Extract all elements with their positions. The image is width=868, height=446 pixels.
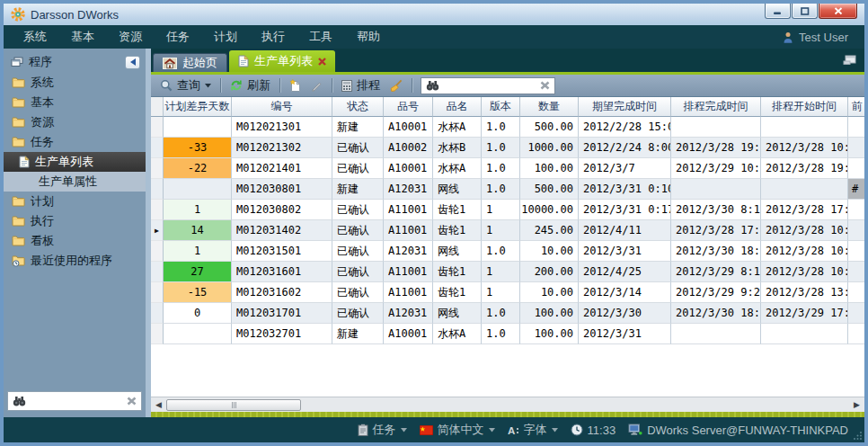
column-header-2[interactable]: 状态: [332, 97, 384, 117]
status-bar: 任务简体中文A字体11:33DWorks Server@FUNWAY-THINK…: [4, 417, 864, 442]
cell-5-7: 2012/4/11: [579, 220, 671, 241]
chevron-down-light-icon[interactable]: [552, 428, 558, 433]
table-row-9[interactable]: 0M012031701已确认A12031网线1.0100.002012/3/30…: [151, 303, 864, 324]
menu-item-7[interactable]: 帮助: [357, 29, 380, 45]
menu-item-1[interactable]: 基本: [71, 29, 94, 45]
cell-7-10: [848, 262, 864, 282]
clear-search-icon[interactable]: [540, 81, 550, 90]
table-row-7[interactable]: 27M012031601已确认A11001齿轮11200.002012/4/25…: [151, 262, 864, 282]
status-language[interactable]: 简体中文: [420, 422, 495, 438]
folder-icon: [12, 236, 25, 246]
row-selector-header[interactable]: [151, 97, 164, 117]
schedule-button[interactable]: 排程: [338, 76, 384, 94]
edit-button[interactable]: [307, 79, 326, 93]
row-selector[interactable]: [151, 138, 164, 158]
maximize-button[interactable]: [792, 4, 818, 19]
minimize-button[interactable]: [765, 4, 791, 19]
broom-icon: [390, 79, 403, 92]
cell-8-0: -15: [164, 282, 232, 303]
table-row-1[interactable]: -33M012021302已确认A10002水杯B1.01000.002012/…: [151, 138, 864, 158]
toolbar-search-input[interactable]: [444, 78, 536, 93]
menu-item-3[interactable]: 任务: [166, 29, 190, 45]
column-header-0[interactable]: 计划差异天数: [164, 97, 232, 117]
sidebar-item-4[interactable]: 生产单列表: [4, 152, 146, 172]
status-time[interactable]: 11:33: [571, 424, 616, 437]
column-header-8[interactable]: 排程完成时间: [671, 97, 761, 117]
query-label: 查询: [177, 77, 200, 94]
column-header-4[interactable]: 品名: [433, 97, 482, 117]
column-header-6[interactable]: 数量: [520, 97, 579, 117]
clean-button[interactable]: [386, 78, 406, 93]
table-row-4[interactable]: 1M012030802已确认A11001齿轮1110000.002012/3/3…: [151, 200, 864, 220]
row-selector[interactable]: [151, 282, 164, 303]
resize-grip-icon[interactable]: [853, 431, 863, 441]
row-selector[interactable]: [151, 200, 164, 220]
table-row-8[interactable]: -15M012031602已确认A11001齿轮1110.002012/3/14…: [151, 282, 864, 303]
scrollbar-thumb[interactable]: [166, 399, 301, 411]
cell-2-9: 2012/3/28 19:10: [761, 158, 848, 179]
table-row-10[interactable]: M012032701新建A10001水杯A1.0100.002012/3/31: [151, 324, 864, 344]
table-row-3[interactable]: M012030801新建A12031网线1.0500.002012/3/31 0…: [151, 179, 864, 200]
table-row-0[interactable]: M012021301新建A10001水杯A1.0500.002012/2/28 …: [151, 117, 864, 138]
row-selector[interactable]: [151, 179, 164, 200]
cell-0-6: 500.00: [520, 117, 579, 138]
status-server[interactable]: DWorks Server@FUNWAY-THINKPAD: [628, 424, 848, 437]
chevron-down-light-icon[interactable]: [401, 428, 407, 433]
sidebar-item-8[interactable]: 看板: [4, 231, 146, 251]
collapse-sidebar-button[interactable]: [125, 56, 140, 69]
row-selector[interactable]: [151, 324, 164, 344]
cell-8-7: 2012/3/14: [579, 282, 671, 303]
column-header-7[interactable]: 期望完成时间: [579, 97, 671, 117]
clear-search-icon[interactable]: [127, 397, 137, 406]
tab-1[interactable]: 生产单列表: [229, 50, 335, 72]
cell-5-5: 1: [482, 220, 520, 241]
menu-item-5[interactable]: 执行: [261, 29, 285, 45]
tab-0[interactable]: 起始页: [153, 53, 227, 72]
close-button[interactable]: [819, 4, 857, 19]
table-row-2[interactable]: -22M012021401已确认A10001水杯A1.0100.002012/3…: [151, 158, 864, 179]
sidebar-item-9[interactable]: 最近使用的程序: [4, 251, 146, 271]
sidebar-item-6[interactable]: 计划: [4, 192, 146, 211]
row-selector[interactable]: [151, 303, 164, 324]
column-header-3[interactable]: 品号: [384, 97, 433, 117]
cell-4-0: 1: [164, 200, 232, 220]
column-header-10[interactable]: 前: [848, 97, 864, 117]
refresh-button[interactable]: 刷新: [226, 76, 274, 94]
row-selector[interactable]: [151, 241, 164, 262]
status-font[interactable]: A字体: [508, 422, 558, 438]
menu-item-4[interactable]: 计划: [214, 29, 237, 45]
sidebar-item-1[interactable]: 基本: [4, 93, 146, 112]
scroll-left-arrow[interactable]: ◀: [151, 398, 166, 412]
column-header-9[interactable]: 排程开始时间: [761, 97, 848, 117]
table-row-5[interactable]: ▶14M012031402已确认A11001齿轮11245.002012/4/1…: [151, 220, 864, 241]
menu-item-6[interactable]: 工具: [309, 29, 332, 45]
query-button[interactable]: 查询: [156, 76, 215, 94]
cell-3-4: 网线: [433, 179, 482, 200]
current-row-marker[interactable]: ▶: [151, 220, 164, 241]
cell-7-3: A11001: [384, 262, 433, 282]
chevron-down-light-icon[interactable]: [489, 428, 495, 433]
status-task[interactable]: 任务: [358, 422, 407, 438]
cell-0-3: A10001: [384, 117, 433, 138]
menu-item-0[interactable]: 系统: [23, 29, 47, 45]
scroll-right-arrow[interactable]: ▶: [849, 398, 864, 412]
user-indicator[interactable]: Test User: [783, 31, 848, 44]
title-bar[interactable]: Darsson DWorks: [4, 4, 864, 25]
row-selector[interactable]: [151, 262, 164, 282]
row-selector[interactable]: [151, 117, 164, 138]
row-selector[interactable]: [151, 158, 164, 179]
window-list-icon[interactable]: [843, 54, 856, 65]
sidebar-search-input[interactable]: [31, 394, 122, 408]
sidebar-item-3[interactable]: 任务: [4, 132, 146, 152]
close-tab-icon[interactable]: [318, 58, 326, 66]
sidebar-item-0[interactable]: 系统: [4, 73, 146, 93]
column-header-1[interactable]: 编号: [232, 97, 332, 117]
table-row-6[interactable]: 1M012031501已确认A12031网线1.010.002012/3/312…: [151, 241, 864, 262]
sidebar-item-7[interactable]: 执行: [4, 211, 146, 231]
sidebar-item-5[interactable]: 生产单属性: [4, 172, 146, 192]
menu-item-2[interactable]: 资源: [119, 29, 142, 45]
new-button[interactable]: [286, 78, 305, 93]
column-header-5[interactable]: 版本: [482, 97, 520, 117]
main-area: 程序 系统基本资源任务生产单列表生产单属性计划执行看板最近使用的程序 起始页生产…: [4, 49, 864, 417]
sidebar-item-2[interactable]: 资源: [4, 112, 146, 132]
